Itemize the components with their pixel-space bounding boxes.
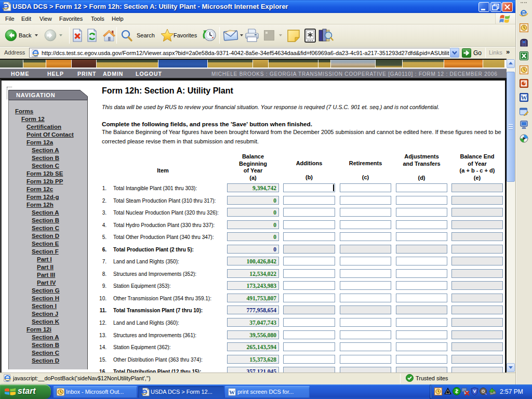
svg-text:W: W — [521, 94, 527, 101]
svg-text:V: V — [473, 389, 476, 394]
svg-text:W: W — [229, 389, 235, 395]
